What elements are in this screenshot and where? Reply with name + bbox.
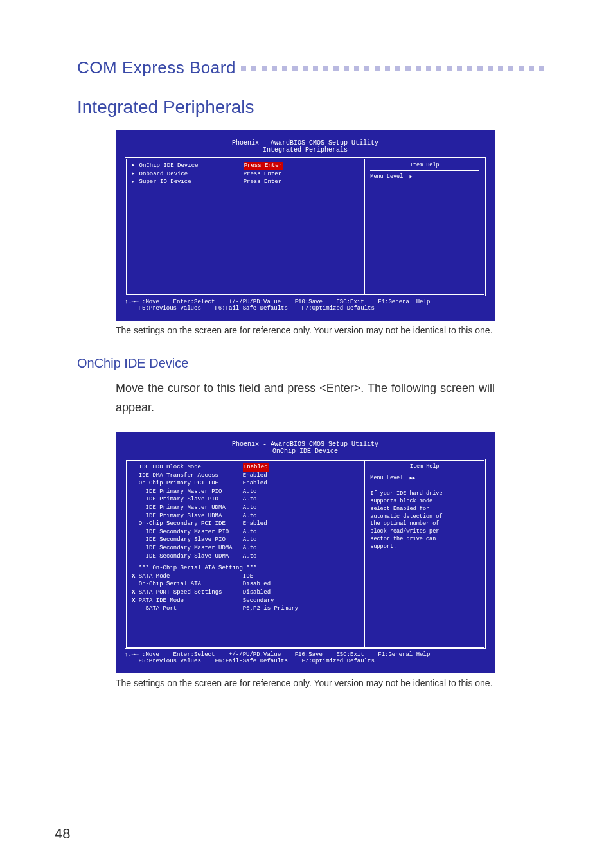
level-arrow-icon: ▶▶	[410, 475, 415, 482]
help-line: Menu Level ▶▶	[370, 475, 479, 483]
submenu-arrow-icon: ▶	[132, 179, 134, 186]
disabled-x-icon: X	[132, 589, 135, 597]
bios-menu-item: X SATA Mode IDE	[132, 572, 359, 581]
bios-menu-item: IDE Primary Slave UDMA Auto	[132, 512, 359, 520]
bios-menu-area: ▶ OnChip IDE Device Press Enter▶ Onboard…	[127, 159, 365, 294]
bios-screenshot-2: Phoenix - AwardBIOS CMOS Setup Utility O…	[116, 432, 495, 673]
submenu-arrow-icon: ▶	[132, 171, 134, 177]
section-title: Integrated Peripherals	[77, 97, 549, 118]
bios-menu-item: IDE HDD Block Mode Enabled	[132, 463, 359, 472]
bios-title: Phoenix - AwardBIOS CMOS Setup Utility I…	[125, 139, 486, 154]
disabled-x-icon: X	[132, 572, 135, 581]
help-title: Item Help	[370, 162, 479, 171]
bios-menu-item: IDE Secondary Slave UDMA Auto	[132, 553, 359, 561]
bios-footer-hints: ↑↓→← :Move Enter:Select +/-/PU/PD:Value …	[125, 299, 486, 312]
bios-menu-item: ▶ Onboard Device Press Enter	[132, 170, 359, 179]
subsection-title: OnChip IDE Device	[77, 356, 549, 371]
help-title: Item Help	[370, 463, 479, 472]
bios-menu-item: On-Chip Serial ATA Disabled	[132, 580, 359, 589]
bios-screenshot-1: Phoenix - AwardBIOS CMOS Setup Utility I…	[116, 130, 495, 321]
bios-help-panel: Item Help Menu Level ▶▶ If your IDE hard…	[365, 461, 484, 647]
help-line: automatic detection of	[370, 513, 479, 521]
decorative-dots	[241, 66, 549, 71]
help-line	[370, 483, 479, 490]
bios-menu-item: X PATA IDE Mode Secondary	[132, 597, 359, 605]
bios-menu-item: IDE Primary Master PIO Auto	[132, 488, 359, 496]
body-paragraph: Move the cursor to this field and press …	[116, 378, 495, 418]
bios-menu-item: IDE DMA Transfer Access Enabled	[132, 472, 359, 480]
bios-menu-area: IDE HDD Block Mode Enabled IDE DMA Trans…	[127, 461, 365, 647]
bios-help-panel: Item Help Menu Level ▶	[365, 159, 484, 294]
bios-menu-item: SATA Port P0,P2 is Primary	[132, 605, 359, 613]
bios-title: Phoenix - AwardBIOS CMOS Setup Utility O…	[125, 441, 486, 455]
bios-menu-item: ▶ OnChip IDE Device Press Enter	[132, 162, 359, 170]
bios-footer-hints: ↑↓→← :Move Enter:Select +/-/PU/PD:Value …	[125, 651, 486, 664]
submenu-arrow-icon: ▶	[132, 163, 134, 169]
bios-menu-item: X SATA PORT Speed Settings Disabled	[132, 589, 359, 597]
bios-menu-item: IDE Secondary Master UDMA Auto	[132, 544, 359, 553]
figure-caption: The settings on the screen are for refer…	[116, 677, 495, 689]
bios-menu-item: *** On-Chip Serial ATA Setting ***	[132, 564, 359, 572]
bios-menu-item: IDE Secondary Master PIO Auto	[132, 528, 359, 536]
help-line: sector the drive can	[370, 536, 479, 544]
help-line: supports block mode	[370, 498, 479, 506]
bios-menu-item: On-Chip Secondary PCI IDE Enabled	[132, 520, 359, 528]
help-line: support.	[370, 544, 479, 551]
bios-menu-item: On-Chip Primary PCI IDE Enabled	[132, 479, 359, 488]
page-number: 48	[55, 826, 70, 842]
chapter-header: COM Express Board	[77, 58, 549, 78]
help-line: the optimal number of	[370, 520, 479, 528]
help-line: select Enabled for	[370, 506, 479, 513]
disabled-x-icon: X	[132, 597, 135, 605]
help-line: block read/writes per	[370, 528, 479, 536]
bios-menu-item: IDE Primary Slave PIO Auto	[132, 495, 359, 504]
help-line: Menu Level ▶	[370, 173, 479, 181]
bios-menu-item: IDE Primary Master UDMA Auto	[132, 504, 359, 512]
bios-menu-item: ▶ Super IO Device Press Enter	[132, 178, 359, 186]
figure-caption: The settings on the screen are for refer…	[116, 324, 495, 337]
bios-menu-item: IDE Secondary Slave PIO Auto	[132, 536, 359, 544]
header-title: COM Express Board	[77, 58, 236, 78]
level-arrow-icon: ▶	[410, 174, 413, 181]
help-line: If your IDE hard drive	[370, 490, 479, 498]
